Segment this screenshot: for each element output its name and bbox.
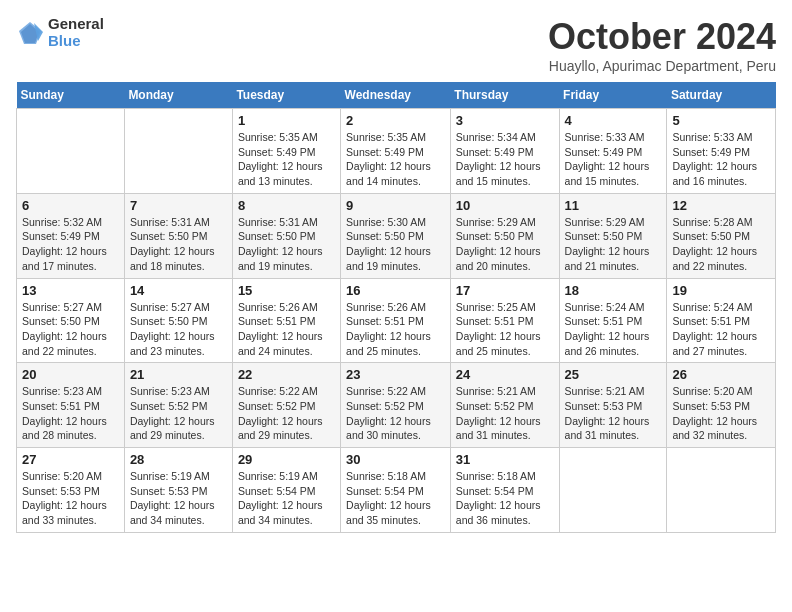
day-number: 13	[22, 283, 119, 298]
day-number: 26	[672, 367, 770, 382]
calendar-cell: 25Sunrise: 5:21 AM Sunset: 5:53 PM Dayli…	[559, 363, 667, 448]
calendar-header-row: SundayMondayTuesdayWednesdayThursdayFrid…	[17, 82, 776, 109]
calendar-cell	[17, 109, 125, 194]
calendar-cell: 28Sunrise: 5:19 AM Sunset: 5:53 PM Dayli…	[124, 448, 232, 533]
day-info: Sunrise: 5:23 AM Sunset: 5:52 PM Dayligh…	[130, 384, 227, 443]
day-info: Sunrise: 5:22 AM Sunset: 5:52 PM Dayligh…	[238, 384, 335, 443]
calendar-cell: 3Sunrise: 5:34 AM Sunset: 5:49 PM Daylig…	[450, 109, 559, 194]
header-thursday: Thursday	[450, 82, 559, 109]
day-number: 10	[456, 198, 554, 213]
day-number: 2	[346, 113, 445, 128]
day-number: 19	[672, 283, 770, 298]
day-number: 9	[346, 198, 445, 213]
calendar-cell: 13Sunrise: 5:27 AM Sunset: 5:50 PM Dayli…	[17, 278, 125, 363]
day-info: Sunrise: 5:18 AM Sunset: 5:54 PM Dayligh…	[456, 469, 554, 528]
day-info: Sunrise: 5:25 AM Sunset: 5:51 PM Dayligh…	[456, 300, 554, 359]
logo-blue: Blue	[48, 33, 104, 50]
calendar-cell: 31Sunrise: 5:18 AM Sunset: 5:54 PM Dayli…	[450, 448, 559, 533]
day-info: Sunrise: 5:26 AM Sunset: 5:51 PM Dayligh…	[238, 300, 335, 359]
calendar-cell: 21Sunrise: 5:23 AM Sunset: 5:52 PM Dayli…	[124, 363, 232, 448]
day-info: Sunrise: 5:18 AM Sunset: 5:54 PM Dayligh…	[346, 469, 445, 528]
day-number: 28	[130, 452, 227, 467]
calendar-cell	[667, 448, 776, 533]
day-info: Sunrise: 5:29 AM Sunset: 5:50 PM Dayligh…	[565, 215, 662, 274]
calendar-cell: 2Sunrise: 5:35 AM Sunset: 5:49 PM Daylig…	[341, 109, 451, 194]
calendar-cell: 10Sunrise: 5:29 AM Sunset: 5:50 PM Dayli…	[450, 193, 559, 278]
day-number: 12	[672, 198, 770, 213]
header-tuesday: Tuesday	[232, 82, 340, 109]
day-info: Sunrise: 5:31 AM Sunset: 5:50 PM Dayligh…	[130, 215, 227, 274]
day-number: 16	[346, 283, 445, 298]
calendar-week-row: 1Sunrise: 5:35 AM Sunset: 5:49 PM Daylig…	[17, 109, 776, 194]
day-number: 15	[238, 283, 335, 298]
day-info: Sunrise: 5:19 AM Sunset: 5:54 PM Dayligh…	[238, 469, 335, 528]
page-header: General Blue October 2024 Huayllo, Apuri…	[16, 16, 776, 74]
calendar-cell: 30Sunrise: 5:18 AM Sunset: 5:54 PM Dayli…	[341, 448, 451, 533]
day-info: Sunrise: 5:28 AM Sunset: 5:50 PM Dayligh…	[672, 215, 770, 274]
calendar-cell: 6Sunrise: 5:32 AM Sunset: 5:49 PM Daylig…	[17, 193, 125, 278]
calendar-cell: 15Sunrise: 5:26 AM Sunset: 5:51 PM Dayli…	[232, 278, 340, 363]
day-info: Sunrise: 5:35 AM Sunset: 5:49 PM Dayligh…	[346, 130, 445, 189]
day-number: 25	[565, 367, 662, 382]
logo: General Blue	[16, 16, 104, 49]
calendar-cell: 12Sunrise: 5:28 AM Sunset: 5:50 PM Dayli…	[667, 193, 776, 278]
calendar-cell: 27Sunrise: 5:20 AM Sunset: 5:53 PM Dayli…	[17, 448, 125, 533]
logo-icon	[16, 19, 44, 47]
day-number: 14	[130, 283, 227, 298]
day-number: 5	[672, 113, 770, 128]
day-info: Sunrise: 5:24 AM Sunset: 5:51 PM Dayligh…	[672, 300, 770, 359]
calendar-cell: 1Sunrise: 5:35 AM Sunset: 5:49 PM Daylig…	[232, 109, 340, 194]
day-number: 30	[346, 452, 445, 467]
main-title: October 2024	[548, 16, 776, 58]
calendar-cell	[559, 448, 667, 533]
calendar-cell: 9Sunrise: 5:30 AM Sunset: 5:50 PM Daylig…	[341, 193, 451, 278]
day-info: Sunrise: 5:23 AM Sunset: 5:51 PM Dayligh…	[22, 384, 119, 443]
calendar-week-row: 13Sunrise: 5:27 AM Sunset: 5:50 PM Dayli…	[17, 278, 776, 363]
day-number: 31	[456, 452, 554, 467]
day-number: 23	[346, 367, 445, 382]
day-number: 8	[238, 198, 335, 213]
day-info: Sunrise: 5:21 AM Sunset: 5:52 PM Dayligh…	[456, 384, 554, 443]
calendar-cell	[124, 109, 232, 194]
logo-text: General Blue	[48, 16, 104, 49]
day-number: 7	[130, 198, 227, 213]
day-number: 21	[130, 367, 227, 382]
logo-general: General	[48, 16, 104, 33]
day-number: 3	[456, 113, 554, 128]
calendar-cell: 26Sunrise: 5:20 AM Sunset: 5:53 PM Dayli…	[667, 363, 776, 448]
calendar-cell: 22Sunrise: 5:22 AM Sunset: 5:52 PM Dayli…	[232, 363, 340, 448]
day-info: Sunrise: 5:31 AM Sunset: 5:50 PM Dayligh…	[238, 215, 335, 274]
day-number: 22	[238, 367, 335, 382]
day-info: Sunrise: 5:29 AM Sunset: 5:50 PM Dayligh…	[456, 215, 554, 274]
day-number: 18	[565, 283, 662, 298]
calendar-cell: 7Sunrise: 5:31 AM Sunset: 5:50 PM Daylig…	[124, 193, 232, 278]
header-saturday: Saturday	[667, 82, 776, 109]
calendar-table: SundayMondayTuesdayWednesdayThursdayFrid…	[16, 82, 776, 533]
subtitle: Huayllo, Apurimac Department, Peru	[548, 58, 776, 74]
day-info: Sunrise: 5:20 AM Sunset: 5:53 PM Dayligh…	[672, 384, 770, 443]
day-info: Sunrise: 5:35 AM Sunset: 5:49 PM Dayligh…	[238, 130, 335, 189]
calendar-cell: 24Sunrise: 5:21 AM Sunset: 5:52 PM Dayli…	[450, 363, 559, 448]
title-section: October 2024 Huayllo, Apurimac Departmen…	[548, 16, 776, 74]
day-info: Sunrise: 5:19 AM Sunset: 5:53 PM Dayligh…	[130, 469, 227, 528]
calendar-cell: 19Sunrise: 5:24 AM Sunset: 5:51 PM Dayli…	[667, 278, 776, 363]
header-friday: Friday	[559, 82, 667, 109]
day-number: 4	[565, 113, 662, 128]
calendar-cell: 20Sunrise: 5:23 AM Sunset: 5:51 PM Dayli…	[17, 363, 125, 448]
calendar-cell: 11Sunrise: 5:29 AM Sunset: 5:50 PM Dayli…	[559, 193, 667, 278]
header-sunday: Sunday	[17, 82, 125, 109]
day-info: Sunrise: 5:21 AM Sunset: 5:53 PM Dayligh…	[565, 384, 662, 443]
calendar-cell: 8Sunrise: 5:31 AM Sunset: 5:50 PM Daylig…	[232, 193, 340, 278]
calendar-cell: 18Sunrise: 5:24 AM Sunset: 5:51 PM Dayli…	[559, 278, 667, 363]
calendar-week-row: 20Sunrise: 5:23 AM Sunset: 5:51 PM Dayli…	[17, 363, 776, 448]
day-number: 11	[565, 198, 662, 213]
day-info: Sunrise: 5:22 AM Sunset: 5:52 PM Dayligh…	[346, 384, 445, 443]
day-info: Sunrise: 5:20 AM Sunset: 5:53 PM Dayligh…	[22, 469, 119, 528]
day-info: Sunrise: 5:33 AM Sunset: 5:49 PM Dayligh…	[672, 130, 770, 189]
day-number: 24	[456, 367, 554, 382]
day-number: 29	[238, 452, 335, 467]
day-info: Sunrise: 5:34 AM Sunset: 5:49 PM Dayligh…	[456, 130, 554, 189]
day-number: 6	[22, 198, 119, 213]
day-number: 1	[238, 113, 335, 128]
calendar-cell: 14Sunrise: 5:27 AM Sunset: 5:50 PM Dayli…	[124, 278, 232, 363]
